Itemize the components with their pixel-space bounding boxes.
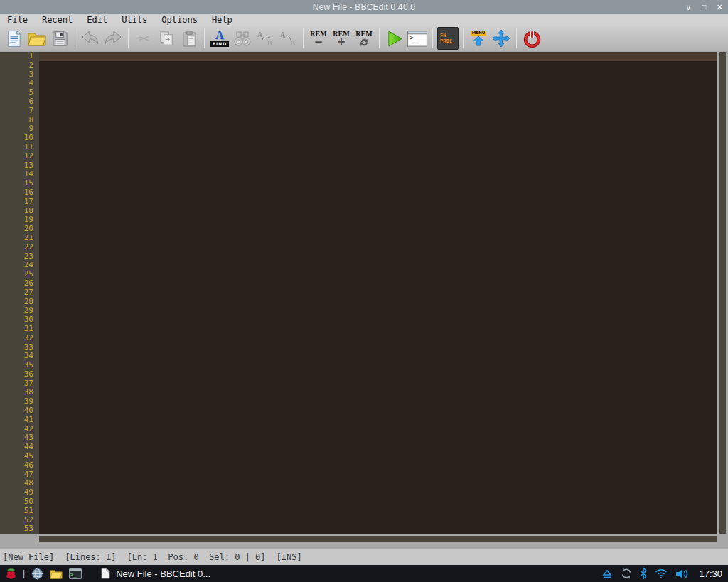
find-letter-icon: A xyxy=(215,30,224,41)
bbcedit-window: New File - BBCEdit 0.40.0 ∨ □ × File Rec… xyxy=(0,0,728,582)
line-number-gutter: 1234567891011121314151617181920212223242… xyxy=(0,52,39,534)
folder-icon xyxy=(50,568,63,579)
power-icon xyxy=(523,29,542,48)
minimize-icon[interactable]: ∨ xyxy=(685,0,691,14)
menu-options[interactable]: Options xyxy=(154,14,205,26)
menu-edit[interactable]: Edit xyxy=(80,14,114,26)
volume-button[interactable] xyxy=(675,565,689,582)
taskbar: | >_ New File - BBCEdit 0... xyxy=(0,565,728,582)
scissors-icon: ✂ xyxy=(138,32,149,45)
menu-help[interactable]: Help xyxy=(205,14,240,26)
vertical-scrollbar[interactable] xyxy=(719,52,726,534)
line-number: 36 xyxy=(0,370,39,379)
svg-text:A: A xyxy=(257,31,263,38)
menu-badge-label: MENU xyxy=(471,31,486,36)
close-icon[interactable]: × xyxy=(717,0,722,14)
goto-menu-button[interactable]: MENU xyxy=(468,27,489,50)
app-launcher-button[interactable] xyxy=(6,565,16,582)
find-button[interactable]: A FIND xyxy=(209,27,230,50)
undo-icon xyxy=(81,31,100,46)
fn-proc-button[interactable]: FN_ PROC xyxy=(437,27,459,50)
svg-text:B: B xyxy=(290,39,295,47)
updates-button[interactable] xyxy=(621,565,632,582)
move-button[interactable] xyxy=(491,27,512,50)
line-number: 50 xyxy=(0,497,39,507)
eject-button[interactable] xyxy=(601,565,613,582)
line-number: 21 xyxy=(0,234,39,243)
line-number: 53 xyxy=(0,524,39,534)
power-button[interactable] xyxy=(521,27,542,50)
floppy-disk-icon xyxy=(52,31,68,47)
rem-remove-button[interactable]: REM − xyxy=(308,27,329,50)
globe-icon xyxy=(31,568,43,580)
line-number: 16 xyxy=(0,188,39,198)
open-folder-icon xyxy=(28,31,46,46)
open-file-button[interactable] xyxy=(26,27,48,50)
undo-button[interactable] xyxy=(80,27,101,50)
new-file-icon xyxy=(7,30,21,48)
toolbar-separator xyxy=(379,28,380,48)
replace-button[interactable]: AB xyxy=(255,27,276,50)
wifi-button[interactable] xyxy=(655,565,668,582)
bluetooth-button[interactable] xyxy=(640,565,647,582)
toolbar-separator xyxy=(128,28,129,48)
menu-recent[interactable]: Recent xyxy=(35,14,80,26)
rem-toggle-button[interactable]: REM xyxy=(353,27,375,50)
status-file: [New File] xyxy=(3,552,54,562)
line-number: 51 xyxy=(0,507,39,516)
window-title: New File - BBCEdit 0.40.0 xyxy=(313,2,415,12)
terminal-button[interactable]: >_ xyxy=(407,27,428,50)
editor-region: 1234567891011121314151617181920212223242… xyxy=(0,51,728,549)
browser-button[interactable] xyxy=(31,565,43,582)
bluetooth-icon xyxy=(640,568,647,579)
fn-proc-label-line2: PROC xyxy=(440,38,452,44)
taskbar-window-label: New File - BBCEdit 0... xyxy=(116,568,210,579)
minus-icon: − xyxy=(314,38,323,47)
fn-proc-label-line1: FN_ xyxy=(440,33,449,38)
line-number: 2 xyxy=(0,61,39,70)
save-button[interactable] xyxy=(49,27,70,50)
clock[interactable]: 17:30 xyxy=(699,568,722,579)
replace-all-button[interactable]: AB xyxy=(277,27,299,50)
line-number: 41 xyxy=(0,416,39,425)
line-number: 45 xyxy=(0,452,39,461)
taskbar-window-button[interactable]: New File - BBCEdit 0... xyxy=(97,566,215,581)
system-tray: 17:30 xyxy=(601,565,722,582)
cut-button[interactable]: ✂ xyxy=(133,27,154,50)
run-button[interactable] xyxy=(384,27,405,50)
status-cursor: [Ln: 1 Pos: 0 Sel: 0 | 0] xyxy=(127,552,266,562)
new-file-button[interactable] xyxy=(4,27,25,50)
arrow-up-icon xyxy=(472,36,485,46)
redo-button[interactable] xyxy=(102,27,124,50)
terminal-launcher-button[interactable]: >_ xyxy=(69,565,82,582)
replace-icon: AB xyxy=(256,30,274,47)
update-arrows-icon xyxy=(621,568,632,579)
menu-utils[interactable]: Utils xyxy=(114,14,154,26)
paste-button[interactable] xyxy=(178,27,200,50)
line-number: 35 xyxy=(0,361,39,370)
menu-file[interactable]: File xyxy=(0,14,35,26)
move-arrows-icon xyxy=(492,29,510,48)
statusbar: [New File] [Lines: 1] [Ln: 1 Pos: 0 Sel:… xyxy=(0,549,728,565)
speaker-icon xyxy=(675,568,689,579)
titlebar[interactable]: New File - BBCEdit 0.40.0 ∨ □ × xyxy=(0,0,728,14)
window-controls: ∨ □ × xyxy=(685,0,722,14)
status-lines: [Lines: 1] xyxy=(65,552,116,562)
horizontal-scrollbar[interactable] xyxy=(39,536,717,542)
wifi-icon xyxy=(655,568,668,578)
copy-button[interactable] xyxy=(156,27,177,50)
find-next-button[interactable] xyxy=(232,27,253,50)
taskbar-separator: | xyxy=(23,568,25,578)
line-number: 12 xyxy=(0,152,39,161)
status-insert-mode: [INS] xyxy=(277,552,302,562)
text-editor-area[interactable] xyxy=(39,52,717,534)
paste-icon xyxy=(182,31,197,47)
rem-add-button[interactable]: REM + xyxy=(331,27,352,50)
maximize-icon[interactable]: □ xyxy=(702,0,706,14)
line-number: 11 xyxy=(0,143,39,152)
toggle-arrows-icon xyxy=(359,38,370,47)
file-manager-button[interactable] xyxy=(50,565,63,582)
raspberry-pi-icon xyxy=(6,568,16,580)
play-icon xyxy=(387,31,402,47)
redo-icon xyxy=(104,31,122,46)
